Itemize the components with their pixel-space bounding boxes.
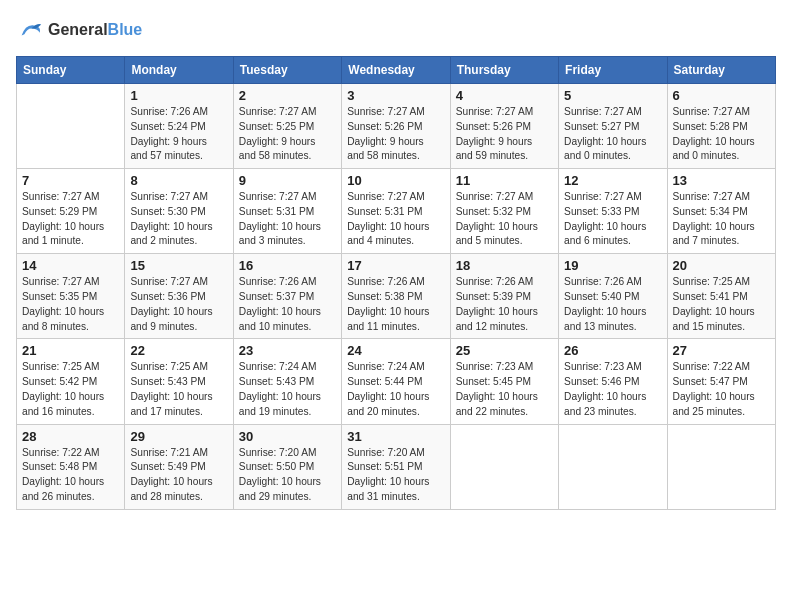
calendar-cell: 8Sunrise: 7:27 AM Sunset: 5:30 PM Daylig… <box>125 169 233 254</box>
weekday-header: Wednesday <box>342 57 450 84</box>
day-number: 2 <box>239 88 336 103</box>
calendar-cell: 18Sunrise: 7:26 AM Sunset: 5:39 PM Dayli… <box>450 254 558 339</box>
weekday-header: Thursday <box>450 57 558 84</box>
calendar-table: SundayMondayTuesdayWednesdayThursdayFrid… <box>16 56 776 510</box>
logo-text: GeneralBlue <box>48 20 142 39</box>
day-number: 1 <box>130 88 227 103</box>
day-info: Sunrise: 7:26 AM Sunset: 5:40 PM Dayligh… <box>564 275 661 334</box>
day-info: Sunrise: 7:27 AM Sunset: 5:25 PM Dayligh… <box>239 105 336 164</box>
day-info: Sunrise: 7:22 AM Sunset: 5:47 PM Dayligh… <box>673 360 770 419</box>
calendar-cell: 19Sunrise: 7:26 AM Sunset: 5:40 PM Dayli… <box>559 254 667 339</box>
weekday-header: Monday <box>125 57 233 84</box>
day-info: Sunrise: 7:24 AM Sunset: 5:44 PM Dayligh… <box>347 360 444 419</box>
calendar-cell: 20Sunrise: 7:25 AM Sunset: 5:41 PM Dayli… <box>667 254 775 339</box>
calendar-cell: 29Sunrise: 7:21 AM Sunset: 5:49 PM Dayli… <box>125 424 233 509</box>
day-number: 5 <box>564 88 661 103</box>
calendar-cell: 6Sunrise: 7:27 AM Sunset: 5:28 PM Daylig… <box>667 84 775 169</box>
day-info: Sunrise: 7:24 AM Sunset: 5:43 PM Dayligh… <box>239 360 336 419</box>
calendar-cell: 11Sunrise: 7:27 AM Sunset: 5:32 PM Dayli… <box>450 169 558 254</box>
calendar-cell: 14Sunrise: 7:27 AM Sunset: 5:35 PM Dayli… <box>17 254 125 339</box>
day-info: Sunrise: 7:20 AM Sunset: 5:50 PM Dayligh… <box>239 446 336 505</box>
day-number: 27 <box>673 343 770 358</box>
day-info: Sunrise: 7:25 AM Sunset: 5:41 PM Dayligh… <box>673 275 770 334</box>
day-info: Sunrise: 7:26 AM Sunset: 5:38 PM Dayligh… <box>347 275 444 334</box>
day-info: Sunrise: 7:27 AM Sunset: 5:35 PM Dayligh… <box>22 275 119 334</box>
calendar-cell: 30Sunrise: 7:20 AM Sunset: 5:50 PM Dayli… <box>233 424 341 509</box>
day-number: 13 <box>673 173 770 188</box>
weekday-header-row: SundayMondayTuesdayWednesdayThursdayFrid… <box>17 57 776 84</box>
day-number: 26 <box>564 343 661 358</box>
logo: GeneralBlue <box>16 16 142 44</box>
day-number: 28 <box>22 429 119 444</box>
calendar-cell: 27Sunrise: 7:22 AM Sunset: 5:47 PM Dayli… <box>667 339 775 424</box>
weekday-header: Saturday <box>667 57 775 84</box>
calendar-cell: 16Sunrise: 7:26 AM Sunset: 5:37 PM Dayli… <box>233 254 341 339</box>
day-number: 22 <box>130 343 227 358</box>
day-info: Sunrise: 7:27 AM Sunset: 5:29 PM Dayligh… <box>22 190 119 249</box>
calendar-cell: 15Sunrise: 7:27 AM Sunset: 5:36 PM Dayli… <box>125 254 233 339</box>
calendar-cell: 17Sunrise: 7:26 AM Sunset: 5:38 PM Dayli… <box>342 254 450 339</box>
calendar-cell: 10Sunrise: 7:27 AM Sunset: 5:31 PM Dayli… <box>342 169 450 254</box>
calendar-cell <box>450 424 558 509</box>
calendar-cell <box>559 424 667 509</box>
day-number: 8 <box>130 173 227 188</box>
day-info: Sunrise: 7:27 AM Sunset: 5:26 PM Dayligh… <box>456 105 553 164</box>
weekday-header: Tuesday <box>233 57 341 84</box>
calendar-week-row: 21Sunrise: 7:25 AM Sunset: 5:42 PM Dayli… <box>17 339 776 424</box>
day-info: Sunrise: 7:25 AM Sunset: 5:43 PM Dayligh… <box>130 360 227 419</box>
calendar-cell: 12Sunrise: 7:27 AM Sunset: 5:33 PM Dayli… <box>559 169 667 254</box>
day-number: 12 <box>564 173 661 188</box>
day-number: 16 <box>239 258 336 273</box>
page-header: GeneralBlue <box>16 16 776 44</box>
day-info: Sunrise: 7:26 AM Sunset: 5:37 PM Dayligh… <box>239 275 336 334</box>
weekday-header: Friday <box>559 57 667 84</box>
calendar-cell <box>17 84 125 169</box>
calendar-week-row: 14Sunrise: 7:27 AM Sunset: 5:35 PM Dayli… <box>17 254 776 339</box>
day-info: Sunrise: 7:27 AM Sunset: 5:33 PM Dayligh… <box>564 190 661 249</box>
day-number: 20 <box>673 258 770 273</box>
day-number: 24 <box>347 343 444 358</box>
day-number: 14 <box>22 258 119 273</box>
day-number: 19 <box>564 258 661 273</box>
day-info: Sunrise: 7:26 AM Sunset: 5:39 PM Dayligh… <box>456 275 553 334</box>
day-number: 23 <box>239 343 336 358</box>
calendar-cell: 25Sunrise: 7:23 AM Sunset: 5:45 PM Dayli… <box>450 339 558 424</box>
day-info: Sunrise: 7:22 AM Sunset: 5:48 PM Dayligh… <box>22 446 119 505</box>
calendar-week-row: 28Sunrise: 7:22 AM Sunset: 5:48 PM Dayli… <box>17 424 776 509</box>
day-info: Sunrise: 7:27 AM Sunset: 5:26 PM Dayligh… <box>347 105 444 164</box>
day-number: 7 <box>22 173 119 188</box>
day-info: Sunrise: 7:20 AM Sunset: 5:51 PM Dayligh… <box>347 446 444 505</box>
day-info: Sunrise: 7:27 AM Sunset: 5:30 PM Dayligh… <box>130 190 227 249</box>
calendar-cell: 22Sunrise: 7:25 AM Sunset: 5:43 PM Dayli… <box>125 339 233 424</box>
calendar-week-row: 1Sunrise: 7:26 AM Sunset: 5:24 PM Daylig… <box>17 84 776 169</box>
day-info: Sunrise: 7:27 AM Sunset: 5:32 PM Dayligh… <box>456 190 553 249</box>
day-info: Sunrise: 7:26 AM Sunset: 5:24 PM Dayligh… <box>130 105 227 164</box>
calendar-cell: 7Sunrise: 7:27 AM Sunset: 5:29 PM Daylig… <box>17 169 125 254</box>
calendar-cell: 2Sunrise: 7:27 AM Sunset: 5:25 PM Daylig… <box>233 84 341 169</box>
day-info: Sunrise: 7:23 AM Sunset: 5:46 PM Dayligh… <box>564 360 661 419</box>
calendar-cell: 9Sunrise: 7:27 AM Sunset: 5:31 PM Daylig… <box>233 169 341 254</box>
calendar-cell: 23Sunrise: 7:24 AM Sunset: 5:43 PM Dayli… <box>233 339 341 424</box>
day-number: 21 <box>22 343 119 358</box>
calendar-cell: 28Sunrise: 7:22 AM Sunset: 5:48 PM Dayli… <box>17 424 125 509</box>
calendar-cell: 4Sunrise: 7:27 AM Sunset: 5:26 PM Daylig… <box>450 84 558 169</box>
day-number: 31 <box>347 429 444 444</box>
calendar-cell: 21Sunrise: 7:25 AM Sunset: 5:42 PM Dayli… <box>17 339 125 424</box>
day-number: 6 <box>673 88 770 103</box>
calendar-cell: 31Sunrise: 7:20 AM Sunset: 5:51 PM Dayli… <box>342 424 450 509</box>
calendar-cell: 3Sunrise: 7:27 AM Sunset: 5:26 PM Daylig… <box>342 84 450 169</box>
calendar-cell: 13Sunrise: 7:27 AM Sunset: 5:34 PM Dayli… <box>667 169 775 254</box>
calendar-cell: 5Sunrise: 7:27 AM Sunset: 5:27 PM Daylig… <box>559 84 667 169</box>
day-number: 18 <box>456 258 553 273</box>
day-info: Sunrise: 7:27 AM Sunset: 5:34 PM Dayligh… <box>673 190 770 249</box>
calendar-cell: 26Sunrise: 7:23 AM Sunset: 5:46 PM Dayli… <box>559 339 667 424</box>
day-number: 9 <box>239 173 336 188</box>
day-info: Sunrise: 7:27 AM Sunset: 5:31 PM Dayligh… <box>239 190 336 249</box>
day-info: Sunrise: 7:21 AM Sunset: 5:49 PM Dayligh… <box>130 446 227 505</box>
calendar-cell: 1Sunrise: 7:26 AM Sunset: 5:24 PM Daylig… <box>125 84 233 169</box>
day-number: 3 <box>347 88 444 103</box>
day-number: 17 <box>347 258 444 273</box>
day-number: 15 <box>130 258 227 273</box>
calendar-cell <box>667 424 775 509</box>
day-number: 30 <box>239 429 336 444</box>
